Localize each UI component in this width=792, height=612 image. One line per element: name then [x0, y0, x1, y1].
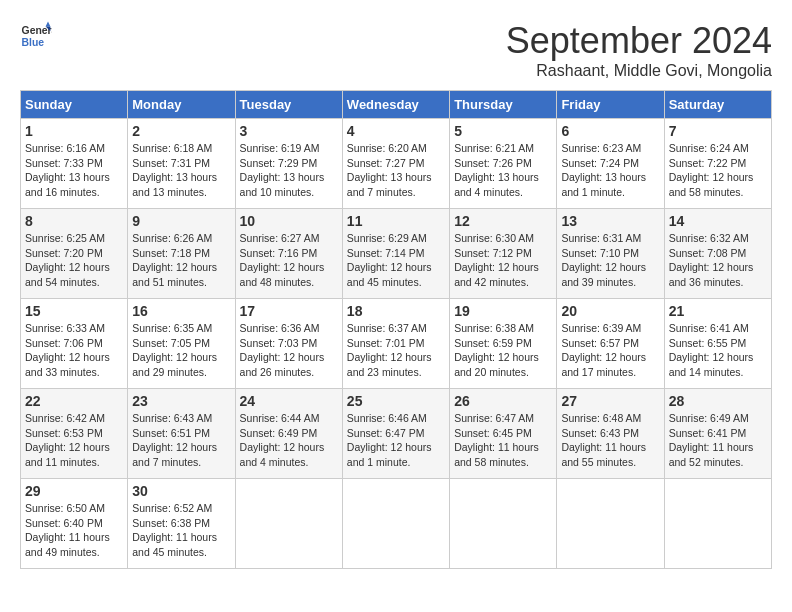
day-number: 23 — [132, 393, 230, 409]
day-info: Sunrise: 6:26 AMSunset: 7:18 PMDaylight:… — [132, 231, 230, 290]
day-number: 21 — [669, 303, 767, 319]
day-number: 18 — [347, 303, 445, 319]
day-number: 19 — [454, 303, 552, 319]
day-number: 20 — [561, 303, 659, 319]
calendar-week-4: 22Sunrise: 6:42 AMSunset: 6:53 PMDayligh… — [21, 389, 772, 479]
day-info: Sunrise: 6:23 AMSunset: 7:24 PMDaylight:… — [561, 141, 659, 200]
calendar-cell: 8Sunrise: 6:25 AMSunset: 7:20 PMDaylight… — [21, 209, 128, 299]
calendar-cell: 1Sunrise: 6:16 AMSunset: 7:33 PMDaylight… — [21, 119, 128, 209]
calendar-cell: 2Sunrise: 6:18 AMSunset: 7:31 PMDaylight… — [128, 119, 235, 209]
day-number: 13 — [561, 213, 659, 229]
day-info: Sunrise: 6:25 AMSunset: 7:20 PMDaylight:… — [25, 231, 123, 290]
day-info: Sunrise: 6:46 AMSunset: 6:47 PMDaylight:… — [347, 411, 445, 470]
calendar-cell: 3Sunrise: 6:19 AMSunset: 7:29 PMDaylight… — [235, 119, 342, 209]
calendar-cell: 22Sunrise: 6:42 AMSunset: 6:53 PMDayligh… — [21, 389, 128, 479]
calendar-cell: 9Sunrise: 6:26 AMSunset: 7:18 PMDaylight… — [128, 209, 235, 299]
svg-marker-2 — [46, 22, 51, 27]
calendar-cell: 16Sunrise: 6:35 AMSunset: 7:05 PMDayligh… — [128, 299, 235, 389]
day-number: 15 — [25, 303, 123, 319]
day-number: 12 — [454, 213, 552, 229]
day-number: 9 — [132, 213, 230, 229]
day-info: Sunrise: 6:49 AMSunset: 6:41 PMDaylight:… — [669, 411, 767, 470]
day-info: Sunrise: 6:37 AMSunset: 7:01 PMDaylight:… — [347, 321, 445, 380]
calendar-cell: 27Sunrise: 6:48 AMSunset: 6:43 PMDayligh… — [557, 389, 664, 479]
title-section: September 2024 Rashaant, Middle Govi, Mo… — [506, 20, 772, 80]
day-info: Sunrise: 6:33 AMSunset: 7:06 PMDaylight:… — [25, 321, 123, 380]
day-number: 4 — [347, 123, 445, 139]
day-number: 14 — [669, 213, 767, 229]
calendar-title: September 2024 — [506, 20, 772, 62]
day-info: Sunrise: 6:44 AMSunset: 6:49 PMDaylight:… — [240, 411, 338, 470]
logo-icon: General Blue — [20, 20, 52, 52]
calendar-cell: 24Sunrise: 6:44 AMSunset: 6:49 PMDayligh… — [235, 389, 342, 479]
day-info: Sunrise: 6:29 AMSunset: 7:14 PMDaylight:… — [347, 231, 445, 290]
day-number: 29 — [25, 483, 123, 499]
day-number: 28 — [669, 393, 767, 409]
calendar-cell: 14Sunrise: 6:32 AMSunset: 7:08 PMDayligh… — [664, 209, 771, 299]
day-info: Sunrise: 6:48 AMSunset: 6:43 PMDaylight:… — [561, 411, 659, 470]
day-number: 1 — [25, 123, 123, 139]
header-wednesday: Wednesday — [342, 91, 449, 119]
calendar-cell: 26Sunrise: 6:47 AMSunset: 6:45 PMDayligh… — [450, 389, 557, 479]
header-sunday: Sunday — [21, 91, 128, 119]
day-info: Sunrise: 6:41 AMSunset: 6:55 PMDaylight:… — [669, 321, 767, 380]
day-info: Sunrise: 6:20 AMSunset: 7:27 PMDaylight:… — [347, 141, 445, 200]
header-saturday: Saturday — [664, 91, 771, 119]
day-number: 3 — [240, 123, 338, 139]
day-info: Sunrise: 6:38 AMSunset: 6:59 PMDaylight:… — [454, 321, 552, 380]
calendar-week-5: 29Sunrise: 6:50 AMSunset: 6:40 PMDayligh… — [21, 479, 772, 569]
day-info: Sunrise: 6:36 AMSunset: 7:03 PMDaylight:… — [240, 321, 338, 380]
header-tuesday: Tuesday — [235, 91, 342, 119]
calendar-week-2: 8Sunrise: 6:25 AMSunset: 7:20 PMDaylight… — [21, 209, 772, 299]
calendar-cell: 17Sunrise: 6:36 AMSunset: 7:03 PMDayligh… — [235, 299, 342, 389]
day-number: 6 — [561, 123, 659, 139]
calendar-week-1: 1Sunrise: 6:16 AMSunset: 7:33 PMDaylight… — [21, 119, 772, 209]
day-number: 24 — [240, 393, 338, 409]
day-info: Sunrise: 6:27 AMSunset: 7:16 PMDaylight:… — [240, 231, 338, 290]
header-thursday: Thursday — [450, 91, 557, 119]
header-row: Sunday Monday Tuesday Wednesday Thursday… — [21, 91, 772, 119]
day-info: Sunrise: 6:35 AMSunset: 7:05 PMDaylight:… — [132, 321, 230, 380]
calendar-cell: 5Sunrise: 6:21 AMSunset: 7:26 PMDaylight… — [450, 119, 557, 209]
day-number: 25 — [347, 393, 445, 409]
day-info: Sunrise: 6:16 AMSunset: 7:33 PMDaylight:… — [25, 141, 123, 200]
day-number: 5 — [454, 123, 552, 139]
calendar-cell: 18Sunrise: 6:37 AMSunset: 7:01 PMDayligh… — [342, 299, 449, 389]
calendar-cell — [235, 479, 342, 569]
day-number: 7 — [669, 123, 767, 139]
calendar-cell — [664, 479, 771, 569]
header-monday: Monday — [128, 91, 235, 119]
day-info: Sunrise: 6:43 AMSunset: 6:51 PMDaylight:… — [132, 411, 230, 470]
day-info: Sunrise: 6:19 AMSunset: 7:29 PMDaylight:… — [240, 141, 338, 200]
day-info: Sunrise: 6:42 AMSunset: 6:53 PMDaylight:… — [25, 411, 123, 470]
calendar-cell: 20Sunrise: 6:39 AMSunset: 6:57 PMDayligh… — [557, 299, 664, 389]
day-number: 27 — [561, 393, 659, 409]
day-number: 16 — [132, 303, 230, 319]
day-info: Sunrise: 6:24 AMSunset: 7:22 PMDaylight:… — [669, 141, 767, 200]
calendar-cell: 10Sunrise: 6:27 AMSunset: 7:16 PMDayligh… — [235, 209, 342, 299]
day-number: 10 — [240, 213, 338, 229]
day-number: 30 — [132, 483, 230, 499]
day-info: Sunrise: 6:39 AMSunset: 6:57 PMDaylight:… — [561, 321, 659, 380]
day-info: Sunrise: 6:47 AMSunset: 6:45 PMDaylight:… — [454, 411, 552, 470]
calendar-cell: 11Sunrise: 6:29 AMSunset: 7:14 PMDayligh… — [342, 209, 449, 299]
calendar-table: Sunday Monday Tuesday Wednesday Thursday… — [20, 90, 772, 569]
day-info: Sunrise: 6:50 AMSunset: 6:40 PMDaylight:… — [25, 501, 123, 560]
calendar-header: Sunday Monday Tuesday Wednesday Thursday… — [21, 91, 772, 119]
calendar-cell: 23Sunrise: 6:43 AMSunset: 6:51 PMDayligh… — [128, 389, 235, 479]
header-friday: Friday — [557, 91, 664, 119]
calendar-cell: 21Sunrise: 6:41 AMSunset: 6:55 PMDayligh… — [664, 299, 771, 389]
calendar-cell: 30Sunrise: 6:52 AMSunset: 6:38 PMDayligh… — [128, 479, 235, 569]
day-number: 2 — [132, 123, 230, 139]
page-header: General Blue September 2024 Rashaant, Mi… — [20, 20, 772, 80]
calendar-cell — [342, 479, 449, 569]
calendar-cell — [557, 479, 664, 569]
calendar-cell: 19Sunrise: 6:38 AMSunset: 6:59 PMDayligh… — [450, 299, 557, 389]
day-info: Sunrise: 6:30 AMSunset: 7:12 PMDaylight:… — [454, 231, 552, 290]
day-info: Sunrise: 6:21 AMSunset: 7:26 PMDaylight:… — [454, 141, 552, 200]
calendar-cell: 29Sunrise: 6:50 AMSunset: 6:40 PMDayligh… — [21, 479, 128, 569]
calendar-cell: 12Sunrise: 6:30 AMSunset: 7:12 PMDayligh… — [450, 209, 557, 299]
day-number: 8 — [25, 213, 123, 229]
logo: General Blue — [20, 20, 52, 52]
day-number: 11 — [347, 213, 445, 229]
